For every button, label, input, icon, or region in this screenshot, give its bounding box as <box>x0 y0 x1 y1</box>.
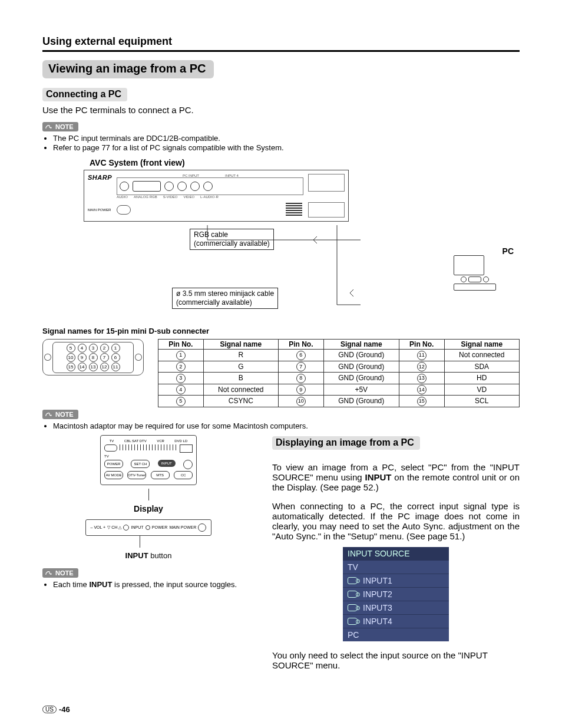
page-footer: US -46 <box>42 705 70 714</box>
slot-icon <box>308 202 345 218</box>
osd-title: INPUT SOURCE <box>343 547 449 561</box>
pin-num: 5 <box>176 397 186 406</box>
cell: GND (Ground) <box>323 373 399 384</box>
note-icon <box>45 569 53 577</box>
osd-item: PC <box>343 628 449 641</box>
th: Pin No. <box>279 340 324 350</box>
displaying-p2: When connecting to a PC, the correct inp… <box>272 501 520 541</box>
port-labels: AUDIO ANALOG RGB S-VIDEO VIDEO L-AUDIO-R <box>117 195 303 199</box>
power-switch-icon <box>117 205 131 215</box>
svg-point-1 <box>51 415 51 416</box>
connecting-notes: The PC input terminals are DDC1/2B-compa… <box>42 134 520 152</box>
pin-num: 10 <box>296 397 306 406</box>
arrow-line <box>140 536 140 548</box>
cell: HD <box>444 373 519 384</box>
remote-diagram: TV CBL SAT DTV VCR DVD LD TV POWER SET C… <box>100 435 197 485</box>
audio-r-port-icon <box>203 182 213 191</box>
remote-top-labels: TV CBL SAT DTV VCR DVD LD <box>104 439 193 443</box>
osd-item: INPUT4 <box>343 615 449 628</box>
note-label: NOTE <box>55 123 74 130</box>
osd-item: INPUT3 <box>343 601 449 615</box>
note-item: The PC input terminals are DDC1/2B-compa… <box>53 134 520 143</box>
cell: R <box>203 350 278 361</box>
osd-item: TV <box>343 561 449 574</box>
pin-num: 2 <box>176 362 186 371</box>
remote-button: AV MODE <box>104 471 123 479</box>
panel-power-icon <box>198 523 206 532</box>
page-number: -46 <box>59 705 70 714</box>
pin-num: 15 <box>417 397 427 406</box>
connector-note-list: Macintosh adaptor may be required for us… <box>42 421 520 430</box>
pin-num: 6 <box>296 351 306 360</box>
remote-button <box>183 460 193 469</box>
pin-num: 3 <box>176 374 186 383</box>
pin-num: 14 <box>417 385 427 394</box>
th: Signal name <box>323 340 399 350</box>
video-port-icon <box>177 182 187 191</box>
cable-lines-icon <box>172 225 408 319</box>
cell: Not connected <box>444 350 519 361</box>
cell: Not connected <box>203 384 278 396</box>
panel-label: – VOL + <box>91 525 106 529</box>
input-jack-icon <box>348 591 358 598</box>
table-row: 2 G 7 GND (Ground) 12 SDA <box>158 361 520 373</box>
panel-label: INPUT <box>131 525 144 529</box>
cell: SDA <box>444 361 519 373</box>
vga-port-icon <box>133 181 161 192</box>
pin-num: 9 <box>296 385 306 394</box>
pc-label: PC <box>503 246 514 256</box>
cell: CSYNC <box>203 396 278 407</box>
svideo-port-icon <box>164 182 174 191</box>
table-row: 5 CSYNC 10 GND (Ground) 15 SCL <box>158 396 520 407</box>
panel-label: POWER <box>152 525 167 529</box>
port-group-label: PC INPUT <box>183 174 199 177</box>
note-badge: NOTE <box>42 568 78 578</box>
audio-port-icon <box>120 182 129 191</box>
pc-icon <box>454 255 496 291</box>
port-label: VIDEO <box>183 195 194 199</box>
cell: GND (Ground) <box>323 396 399 407</box>
note-item: Macintosh adaptor may be required for us… <box>53 421 520 430</box>
svg-point-0 <box>51 127 51 128</box>
input-button-caption: INPUT button <box>42 551 254 560</box>
arrow-line <box>148 489 149 500</box>
input-jack-icon <box>348 577 358 584</box>
table-row: 4 Not connected 9 +5V 14 VD <box>158 384 520 396</box>
subheading-connecting: Connecting a PC <box>42 88 127 101</box>
cell: GND (Ground) <box>323 361 399 373</box>
th: Signal name <box>444 340 519 350</box>
chapter-title: Using external equipment <box>42 35 520 48</box>
note-item: Each time INPUT is pressed, the input so… <box>53 580 254 589</box>
displaying-p1: To view an image from a PC, select "PC" … <box>272 462 520 492</box>
note-badge: NOTE <box>42 410 78 419</box>
osd-item: INPUT1 <box>343 574 449 588</box>
ir-icon <box>180 444 193 453</box>
cell: G <box>203 361 278 373</box>
displaying-p3: You only need to select the input source… <box>272 650 520 670</box>
port-label: S-VIDEO <box>163 195 178 199</box>
note-icon <box>45 410 53 419</box>
connector-heading: Signal names for 15-pin mini D-sub conne… <box>42 327 520 335</box>
power-label: MAIN POWER <box>88 208 111 212</box>
remote-button: SET CH <box>131 460 150 468</box>
pin-num: 7 <box>296 362 306 371</box>
remote-button: MTS <box>151 471 170 479</box>
section-title: Viewing an image from a PC <box>42 60 214 78</box>
th: Pin No. <box>399 340 444 350</box>
cell: GND (Ground) <box>323 350 399 361</box>
panel-led-icon <box>146 525 150 530</box>
region-badge: US <box>42 706 57 713</box>
cell: +5V <box>323 384 399 396</box>
vent-icon <box>286 203 302 217</box>
display-panel-diagram: – VOL + ▽ CH △ INPUT POWER MAIN POWER <box>85 519 211 536</box>
pin-num: 4 <box>176 385 186 394</box>
port-label: ANALOG RGB <box>134 195 157 199</box>
note-label: NOTE <box>55 569 74 577</box>
input-jack-icon <box>348 604 358 611</box>
remote-input-button: INPUT <box>158 460 176 467</box>
divider <box>42 50 520 52</box>
table-row: 3 B 8 GND (Ground) 13 HD <box>158 373 520 384</box>
table-row: 1 R 6 GND (Ground) 11 Not connected <box>158 350 520 361</box>
cover-icon <box>308 174 345 192</box>
remote-note-list: Each time INPUT is pressed, the input so… <box>42 580 254 589</box>
